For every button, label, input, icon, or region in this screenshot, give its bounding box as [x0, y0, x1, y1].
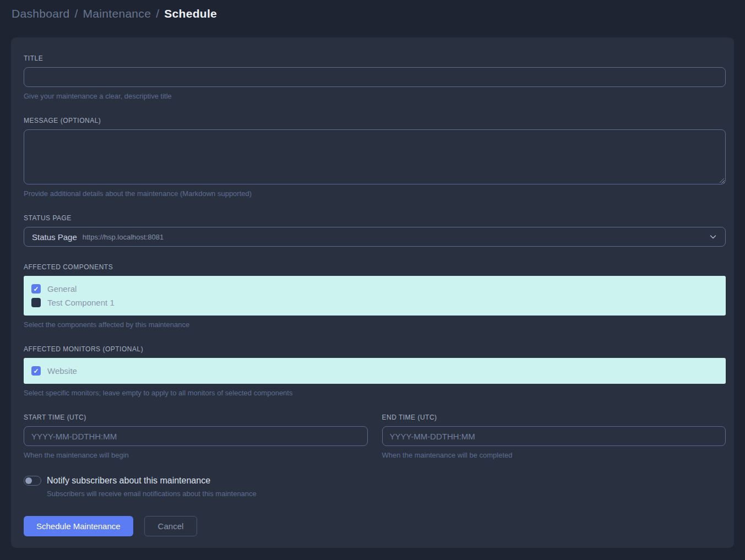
notify-subscribers-row: Notify subscribers about this maintenanc…: [24, 476, 726, 486]
component-option-general[interactable]: ✓ General: [31, 284, 718, 293]
check-icon: ✓: [33, 368, 39, 374]
message-textarea[interactable]: [24, 129, 726, 184]
component-option-label: Test Component 1: [47, 298, 115, 307]
breadcrumb-item-dashboard[interactable]: Dashboard: [12, 7, 69, 20]
checkbox-icon[interactable]: ✓: [31, 298, 41, 307]
end-time-helper-text: When the maintenance will be completed: [382, 451, 726, 459]
cancel-button[interactable]: Cancel: [144, 516, 198, 536]
breadcrumb-separator: /: [156, 7, 159, 20]
title-helper-text: Give your maintenance a clear, descripti…: [24, 92, 726, 100]
monitor-option-label: Website: [47, 366, 77, 376]
chevron-down-icon: [709, 232, 717, 241]
start-time-label: START TIME (UTC): [24, 414, 368, 421]
toggle-knob: [25, 477, 32, 484]
affected-components-label: AFFECTED COMPONENTS: [24, 263, 726, 271]
breadcrumb-separator: /: [74, 7, 78, 20]
notify-subscribers-label: Notify subscribers about this maintenanc…: [47, 476, 210, 486]
schedule-maintenance-button[interactable]: Schedule Maintenance: [24, 516, 133, 536]
status-page-field-group: STATUS PAGE Status Page https://hsp.loca…: [24, 214, 726, 247]
affected-components-helper-text: Select the components affected by this m…: [24, 320, 726, 329]
start-time-field-group: START TIME (UTC) When the maintenance wi…: [24, 414, 368, 459]
notify-subscribers-group: Notify subscribers about this maintenanc…: [24, 476, 726, 498]
checkbox-icon[interactable]: ✓: [31, 366, 41, 376]
title-field-group: TITLE Give your maintenance a clear, des…: [24, 55, 726, 100]
message-textarea-wrap: [24, 129, 726, 184]
time-fields-row: START TIME (UTC) When the maintenance wi…: [24, 414, 726, 459]
component-option-label: General: [47, 284, 77, 293]
title-label: TITLE: [24, 55, 726, 62]
message-label: MESSAGE (OPTIONAL): [24, 117, 726, 124]
breadcrumb-current-schedule: Schedule: [164, 7, 217, 20]
schedule-maintenance-form-card: TITLE Give your maintenance a clear, des…: [11, 37, 734, 548]
end-time-field-group: END TIME (UTC) When the maintenance will…: [382, 414, 726, 459]
end-time-input[interactable]: [382, 426, 726, 446]
notify-subscribers-toggle[interactable]: [24, 476, 41, 486]
top-bar: Dashboard / Maintenance / Schedule: [0, 0, 745, 27]
monitor-option-website[interactable]: ✓ Website: [31, 366, 718, 376]
breadcrumb-item-maintenance[interactable]: Maintenance: [83, 7, 151, 20]
check-icon: ✓: [33, 286, 39, 292]
start-time-helper-text: When the maintenance will begin: [24, 451, 368, 459]
affected-components-field-group: AFFECTED COMPONENTS ✓ General ✓ Test Com…: [24, 263, 726, 329]
affected-monitors-helper-text: Select specific monitors; leave empty to…: [24, 389, 726, 397]
form-actions: Schedule Maintenance Cancel: [24, 516, 726, 536]
affected-components-panel: ✓ General ✓ Test Component 1: [24, 276, 726, 316]
affected-monitors-field-group: AFFECTED MONITORS (OPTIONAL) ✓ Website S…: [24, 345, 726, 397]
notify-subscribers-helper-text: Subscribers will receive email notificat…: [47, 490, 726, 498]
message-helper-text: Provide additional details about the mai…: [24, 189, 726, 198]
affected-monitors-label: AFFECTED MONITORS (OPTIONAL): [24, 345, 726, 353]
status-page-selected-url: https://hsp.localhost:8081: [83, 233, 164, 241]
end-time-label: END TIME (UTC): [382, 414, 726, 421]
status-page-selected-name: Status Page: [32, 232, 77, 242]
status-page-select[interactable]: Status Page https://hsp.localhost:8081: [24, 227, 726, 247]
title-input[interactable]: [24, 67, 726, 87]
component-option-test-component-1[interactable]: ✓ Test Component 1: [31, 298, 718, 307]
breadcrumb: Dashboard / Maintenance / Schedule: [12, 7, 733, 20]
status-page-label: STATUS PAGE: [24, 214, 726, 222]
start-time-input[interactable]: [24, 426, 368, 446]
checkbox-icon[interactable]: ✓: [31, 284, 41, 293]
message-field-group: MESSAGE (OPTIONAL) Provide additional de…: [24, 117, 726, 198]
affected-monitors-panel: ✓ Website: [24, 358, 726, 384]
